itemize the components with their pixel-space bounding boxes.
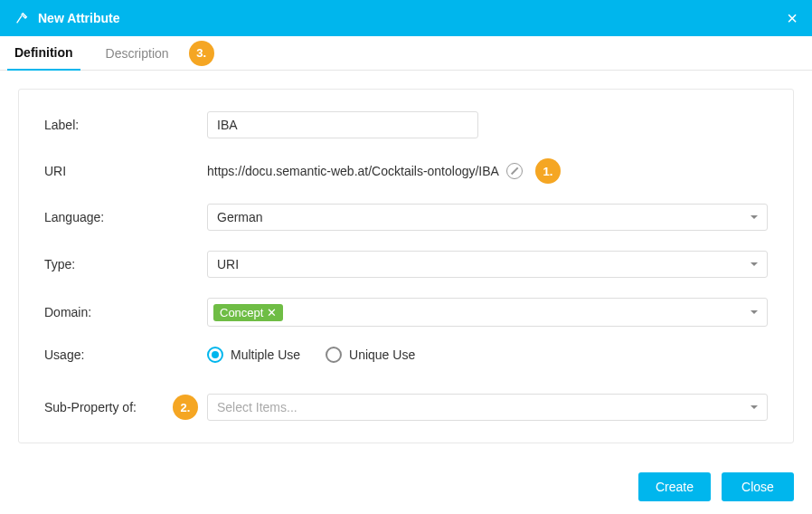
row-domain: Domain: Concept ✕	[44, 298, 768, 327]
type-select[interactable]: URI	[207, 251, 768, 278]
label-uri: URI	[44, 164, 207, 178]
label-label: Label:	[44, 118, 207, 132]
chevron-down-icon	[751, 405, 758, 409]
callout-3: 3.	[189, 41, 214, 66]
row-label: Label:	[44, 111, 768, 138]
dialog-title: New Attribute	[38, 11, 119, 25]
callout-2: 2.	[173, 395, 198, 420]
usage-radio-group: Multiple Use Unique Use	[207, 347, 415, 363]
row-subprop: Sub-Property of: 2. Select Items...	[44, 394, 768, 421]
domain-select[interactable]: Concept ✕	[207, 298, 768, 327]
radio-multiple-use[interactable]: Multiple Use	[207, 347, 300, 363]
label-input[interactable]	[207, 111, 478, 138]
uri-value: https://docu.semantic-web.at/Cocktails-o…	[207, 164, 499, 178]
radio-icon	[326, 347, 342, 363]
domain-tag-label: Concept	[220, 307, 263, 319]
label-language: Language:	[44, 210, 207, 224]
tab-bar: Definition Description 3.	[0, 36, 812, 71]
subprop-placeholder: Select Items...	[217, 400, 297, 414]
radio-icon	[207, 347, 223, 363]
close-icon[interactable]: ×	[787, 8, 798, 29]
language-select[interactable]: German	[207, 204, 768, 231]
type-value: URI	[217, 257, 239, 271]
row-uri: URI https://docu.semantic-web.at/Cocktai…	[44, 158, 768, 184]
radio-multiple-label: Multiple Use	[231, 347, 300, 362]
chevron-down-icon	[751, 262, 758, 266]
header-left: New Attribute	[14, 11, 119, 25]
subprop-select[interactable]: Select Items...	[207, 394, 768, 421]
domain-tag: Concept ✕	[213, 304, 283, 321]
label-domain: Domain:	[44, 305, 207, 319]
close-button[interactable]: Close	[722, 472, 794, 501]
dialog-header: New Attribute ×	[0, 0, 812, 36]
label-usage: Usage:	[44, 347, 207, 362]
create-button[interactable]: Create	[638, 472, 711, 501]
tab-description[interactable]: Description	[99, 36, 176, 71]
chevron-down-icon	[751, 310, 758, 314]
dialog-footer: Create Close	[0, 462, 812, 501]
label-type: Type:	[44, 257, 207, 271]
row-language: Language: German	[44, 204, 768, 231]
radio-unique-label: Unique Use	[349, 347, 415, 362]
row-type: Type: URI	[44, 251, 768, 278]
row-usage: Usage: Multiple Use Unique Use	[44, 347, 768, 363]
tab-definition[interactable]: Definition	[7, 36, 80, 71]
language-value: German	[217, 210, 263, 224]
edit-uri-icon[interactable]	[506, 163, 523, 179]
callout-1: 1.	[535, 158, 561, 184]
form-panel: Label: URI https://docu.semantic-web.at/…	[18, 89, 794, 443]
radio-unique-use[interactable]: Unique Use	[326, 347, 415, 363]
chevron-down-icon	[751, 215, 758, 219]
remove-tag-icon[interactable]: ✕	[267, 307, 277, 319]
attribute-icon	[14, 11, 29, 25]
